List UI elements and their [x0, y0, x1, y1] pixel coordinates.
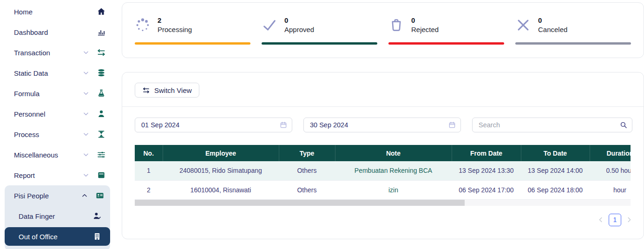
sidebar-item-process[interactable]: Process: [0, 124, 116, 144]
page-number-button[interactable]: 1: [609, 214, 621, 226]
horizontal-scrollbar-thumb[interactable]: [135, 200, 465, 206]
sidebar-item-label: Out of Office: [19, 233, 92, 241]
home-icon: [97, 7, 106, 16]
flask-icon: [97, 89, 106, 98]
swap-arrows-icon: [97, 48, 106, 57]
sidebar-item-label: Process: [14, 131, 83, 138]
calendar-icon[interactable]: [279, 121, 288, 129]
search-field-wrap: [472, 118, 632, 132]
status-summary-card: 2 Processing 0 Approved: [122, 2, 644, 58]
check-icon: [262, 17, 277, 33]
sidebar-item-data-finger[interactable]: Data Finger: [5, 206, 110, 226]
filter-row: [135, 118, 632, 132]
cell-no: 2: [135, 180, 163, 199]
chevron-down-icon: [83, 172, 89, 178]
cell-note: Pembuatan Rekening BCA: [335, 161, 452, 180]
sidebar-item-label: Static Data: [14, 69, 83, 77]
search-input[interactable]: [472, 118, 632, 132]
sidebar-item-label: Miscellaneous: [14, 151, 83, 159]
sidebar-item-pisi-people[interactable]: Pisi People: [5, 185, 110, 206]
sidebar-item-dashboard[interactable]: Dashboard: [0, 22, 116, 42]
chevron-down-icon: [83, 131, 89, 138]
status-label: Rejected: [411, 25, 439, 34]
status-bar-processing: [135, 42, 250, 45]
spinner-icon: [135, 17, 151, 33]
sidebar-item-label: Report: [14, 171, 83, 179]
table-header-row: No. Employee Type Note From Date To Date…: [135, 145, 631, 161]
sidebar-item-static-data[interactable]: Static Data: [0, 63, 116, 83]
archive-icon: [97, 170, 106, 180]
sliders-icon: [97, 150, 106, 159]
cell-employee: 16010004, Risnawati: [163, 180, 279, 199]
cell-employee: 24080015, Rido Simatupang: [163, 161, 279, 180]
sidebar-item-label: Home: [14, 8, 97, 16]
status-card-approved[interactable]: 0 Approved: [262, 15, 377, 58]
next-page-icon[interactable]: [626, 216, 632, 223]
status-card-processing[interactable]: 2 Processing: [135, 15, 250, 58]
pagination: 1: [122, 214, 632, 226]
sidebar: Home Dashboard Transaction Static Data: [0, 0, 116, 249]
column-header-duration: Duration: [590, 145, 631, 161]
column-header-from-date: From Date: [452, 145, 521, 161]
person-check-icon: [92, 211, 102, 221]
sidebar-item-home[interactable]: Home: [0, 1, 116, 22]
column-header-no: No.: [135, 145, 163, 161]
switch-view-label: Switch View: [154, 86, 192, 94]
swap-arrows-icon: [142, 86, 150, 94]
prev-page-icon[interactable]: [598, 216, 604, 223]
status-label: Processing: [158, 25, 192, 34]
cell-to-date: 06 Sep 2024 18:00: [521, 180, 590, 199]
sidebar-item-label: Data Finger: [19, 212, 92, 220]
horizontal-scrollbar-track: [135, 200, 631, 206]
column-header-to-date: To Date: [521, 145, 590, 161]
panel-toolbar: Switch View: [122, 72, 644, 98]
chevron-down-icon: [83, 49, 89, 56]
person-icon: [97, 109, 106, 118]
trash-icon: [388, 17, 404, 33]
hourglass-icon: [97, 130, 106, 139]
switch-view-button[interactable]: Switch View: [135, 83, 199, 98]
cell-duration: hour: [590, 180, 631, 199]
cell-to-date: 13 Sep 2024 14:00: [521, 161, 590, 180]
calendar-icon[interactable]: [448, 121, 456, 129]
out-of-office-table-wrap: No. Employee Type Note From Date To Date…: [135, 145, 631, 200]
column-header-employee: Employee: [163, 145, 279, 161]
status-bar-approved: [262, 42, 377, 45]
sidebar-item-personnel[interactable]: Personnel: [0, 104, 116, 124]
app-root: Home Dashboard Transaction Static Data: [0, 0, 644, 249]
status-bar-canceled: [515, 42, 631, 45]
status-card-canceled[interactable]: 0 Canceled: [515, 15, 631, 58]
chevron-down-icon: [83, 111, 89, 117]
sidebar-item-label: Transaction: [14, 49, 83, 57]
close-icon: [515, 17, 531, 33]
cell-note: izin: [335, 180, 452, 199]
sidebar-group-pisi-people: Pisi People Data Finger Out of Office: [5, 185, 110, 249]
from-date-input[interactable]: [135, 118, 292, 132]
chevron-up-icon: [81, 192, 88, 199]
out-of-office-table: No. Employee Type Note From Date To Date…: [135, 145, 631, 200]
cell-type: Others: [279, 161, 335, 180]
to-date-input[interactable]: [303, 118, 461, 132]
status-count: 2: [158, 16, 192, 25]
sidebar-item-out-of-office[interactable]: Out of Office: [5, 227, 110, 246]
sidebar-item-report[interactable]: Report: [0, 165, 116, 185]
out-of-office-panel: Switch View: [122, 72, 644, 239]
status-label: Approved: [284, 25, 314, 34]
sidebar-item-formula[interactable]: Formula: [0, 83, 116, 104]
status-label: Canceled: [538, 25, 567, 34]
sidebar-item-miscellaneous[interactable]: Miscellaneous: [0, 144, 116, 165]
office-building-icon: [92, 232, 102, 241]
status-bar-rejected: [388, 42, 504, 45]
status-count: 0: [411, 16, 439, 25]
main-content: 2 Processing 0 Approved: [116, 0, 644, 249]
cell-no: 1: [135, 161, 163, 180]
sidebar-item-label: Pisi People: [14, 192, 81, 200]
status-card-rejected[interactable]: 0 Rejected: [388, 15, 504, 58]
sidebar-item-transaction[interactable]: Transaction: [0, 42, 116, 63]
search-icon[interactable]: [619, 121, 628, 129]
chevron-down-icon: [83, 70, 89, 76]
column-header-type: Type: [279, 145, 335, 161]
table-row[interactable]: 2 16010004, Risnawati Others izin 06 Sep…: [135, 180, 631, 199]
sidebar-item-label: Personnel: [14, 110, 83, 118]
table-row[interactable]: 1 24080015, Rido Simatupang Others Pembu…: [135, 161, 631, 180]
